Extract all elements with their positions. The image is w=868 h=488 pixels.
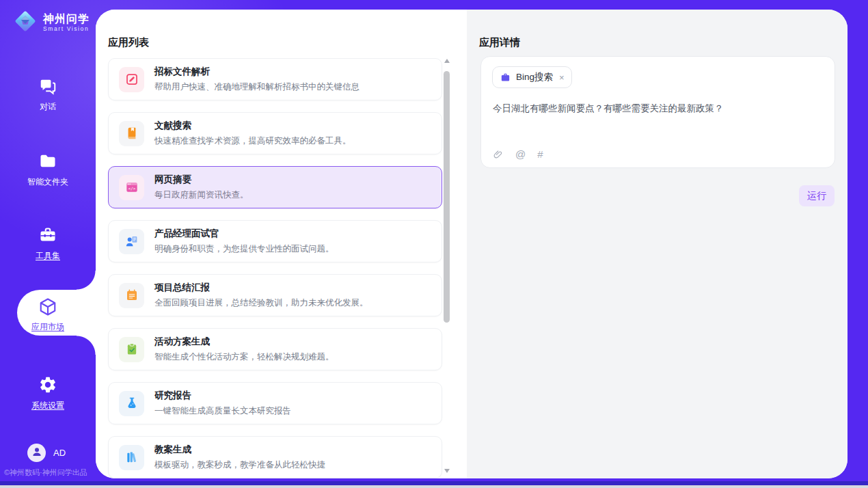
- sidebar-item-folders[interactable]: 智能文件夹: [0, 146, 96, 194]
- prompt-input-card[interactable]: Bing搜索 × 今日湖北有哪些新闻要点？有哪些需要关注的最新政策？ @ #: [480, 56, 835, 168]
- book-icon: [119, 121, 144, 146]
- app-card-title: 教案生成: [154, 444, 325, 456]
- app-card-title: 研究报告: [154, 390, 291, 402]
- clipboard-icon: [119, 337, 144, 362]
- scrollbar-down-arrow-icon[interactable]: [444, 469, 450, 473]
- run-button[interactable]: 运行: [799, 185, 835, 206]
- query-text[interactable]: 今日湖北有哪些新闻要点？有哪些需要关注的最新政策？: [493, 102, 824, 116]
- research-icon: [119, 391, 144, 416]
- app-window: 神州问学 Smart Vision 对话 智能文件夹 工具集 应用市场 系统设置…: [0, 0, 868, 488]
- edit-icon: [119, 67, 144, 92]
- app-card-title: 文献搜索: [154, 120, 351, 132]
- app-card[interactable]: 项目总结汇报 全面回顾项目进展，总结经验教训，助力未来优化发展。: [108, 274, 442, 316]
- app-card-desc: 智能生成个性化活动方案，轻松解决规划难题。: [154, 351, 334, 363]
- app-card-desc: 一键智能生成高质量长文本研究报告: [154, 405, 291, 417]
- tool-tag-bing[interactable]: Bing搜索 ×: [492, 66, 572, 88]
- svg-text:</>: </>: [128, 187, 135, 191]
- app-card[interactable]: </> 网页摘要 每日政府新闻资讯快查。: [108, 166, 442, 208]
- browser-icon: </>: [119, 175, 144, 200]
- briefcase-icon: [500, 72, 511, 83]
- app-detail-title: 应用详情: [479, 36, 520, 49]
- hashtag-icon[interactable]: #: [537, 149, 543, 160]
- brand-logo: 神州问学 Smart Vision: [12, 8, 90, 37]
- brand-diamond-icon: [12, 8, 38, 37]
- sidebar-item-settings[interactable]: 系统设置: [0, 370, 96, 418]
- sidebar-item-market[interactable]: 应用市场: [0, 290, 96, 336]
- brand-subtitle: Smart Vision: [43, 25, 90, 33]
- toolbox-icon: [0, 226, 96, 247]
- report-icon: [119, 283, 144, 308]
- avatar[interactable]: [27, 444, 46, 462]
- app-card[interactable]: 活动方案生成 智能生成个性化活动方案，轻松解决规划难题。: [108, 328, 442, 370]
- app-detail-panel: 应用详情 Bing搜索 × 今日湖北有哪些新闻要点？有哪些需要关注的最新政策？ …: [467, 10, 847, 478]
- chat-icon: [0, 77, 96, 98]
- scrollbar-up-arrow-icon[interactable]: [444, 59, 450, 63]
- app-card[interactable]: 招标文件解析 帮助用户快速、准确地理解和解析招标书中的关键信息: [108, 58, 442, 100]
- app-card[interactable]: 研究报告 一键智能生成高质量长文本研究报告: [108, 382, 442, 424]
- sidebar-item-tools[interactable]: 工具集: [0, 220, 96, 268]
- app-list-title: 应用列表: [108, 36, 149, 49]
- app-card-title: 网页摘要: [154, 174, 249, 186]
- app-card-title: 活动方案生成: [154, 336, 334, 348]
- user-initials: AD: [53, 448, 66, 458]
- main-container: 应用列表 招标文件解析 帮助用户快速、准确地理解和解析招标书中的关键信息 文献搜…: [96, 10, 847, 478]
- sidebar-item-chat[interactable]: 对话: [0, 71, 96, 119]
- books-icon: [119, 445, 144, 470]
- mention-icon[interactable]: @: [515, 149, 526, 160]
- app-card[interactable]: 教案生成 模板驱动，教案秒成，教学准备从此轻松快捷: [108, 436, 442, 478]
- app-card-desc: 模板驱动，教案秒成，教学准备从此轻松快捷: [154, 459, 325, 471]
- app-list-panel: 应用列表 招标文件解析 帮助用户快速、准确地理解和解析招标书中的关键信息 文献搜…: [96, 10, 467, 478]
- person-icon: [31, 446, 43, 461]
- scrollbar-thumb[interactable]: [444, 71, 450, 323]
- app-card-title: 项目总结汇报: [154, 282, 368, 294]
- user-account[interactable]: AD: [27, 444, 66, 462]
- app-card-desc: 明确身份和职责，为您提供专业性的面试问题。: [154, 243, 334, 255]
- paperclip-icon[interactable]: [493, 149, 504, 160]
- input-toolbar: @ #: [493, 149, 543, 160]
- app-card-title: 产品经理面试官: [154, 228, 334, 240]
- app-cards: 招标文件解析 帮助用户快速、准确地理解和解析招标书中的关键信息 文献搜索 快速精…: [108, 58, 442, 478]
- app-card[interactable]: 产品经理面试官 明确身份和职责，为您提供专业性的面试问题。: [108, 220, 442, 262]
- app-card-desc: 帮助用户快速、准确地理解和解析招标书中的关键信息: [154, 81, 360, 93]
- tool-tag-label: Bing搜索: [516, 71, 553, 83]
- app-card-desc: 每日政府新闻资讯快查。: [154, 189, 249, 201]
- app-card-title: 招标文件解析: [154, 66, 360, 78]
- cube-icon: [0, 297, 96, 318]
- tag-close-icon[interactable]: ×: [559, 72, 565, 83]
- brand-name: 神州问学: [43, 13, 90, 25]
- app-card-desc: 快速精准查找学术资源，提高研究效率的必备工具。: [154, 135, 351, 147]
- interview-icon: [119, 229, 144, 254]
- scrollbar[interactable]: [443, 56, 451, 474]
- folder-icon: [0, 152, 96, 174]
- app-card[interactable]: 文献搜索 快速精准查找学术资源，提高研究效率的必备工具。: [108, 112, 442, 154]
- sidebar: 神州问学 Smart Vision 对话 智能文件夹 工具集 应用市场 系统设置…: [0, 0, 96, 488]
- app-card-desc: 全面回顾项目进展，总结经验教训，助力未来优化发展。: [154, 297, 368, 309]
- bottom-edge-bar: [0, 485, 868, 488]
- gear-icon: [0, 375, 96, 397]
- copyright-footer: ©神州数码·神州问学出品: [4, 467, 96, 478]
